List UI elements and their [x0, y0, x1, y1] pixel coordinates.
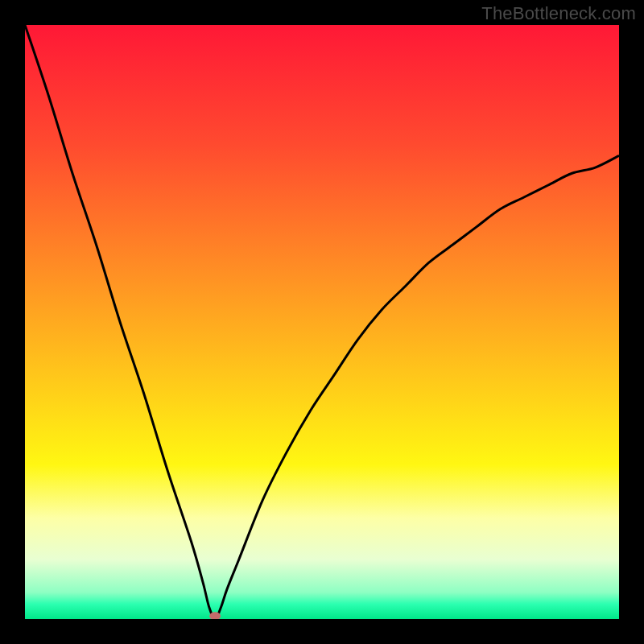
gradient-background [25, 25, 619, 619]
bottleneck-chart [25, 25, 619, 619]
watermark-text: TheBottleneck.com [481, 3, 636, 24]
chart-frame: TheBottleneck.com [0, 0, 644, 644]
plot-area [25, 25, 619, 619]
